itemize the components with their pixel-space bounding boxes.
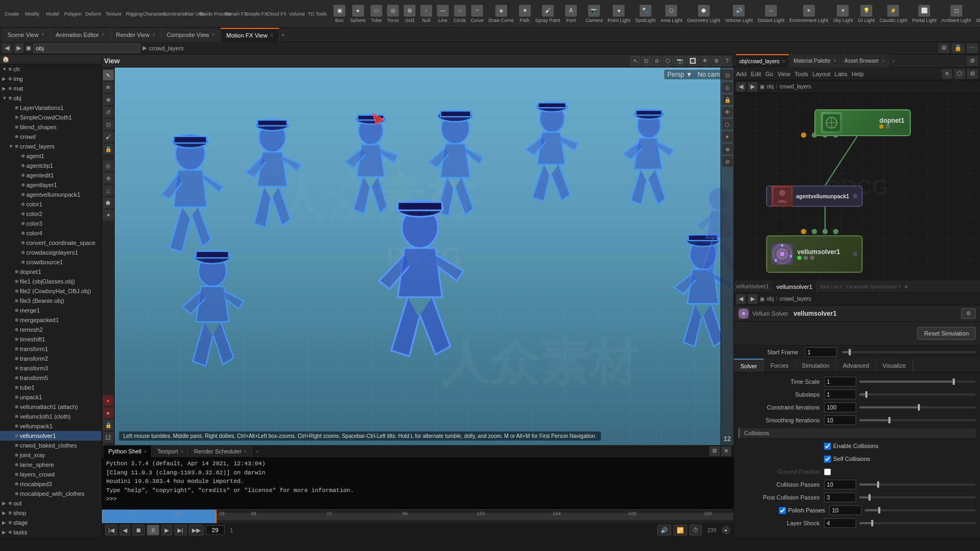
tree-item-agentvellumunpack1[interactable]: agentvellumunpack1 [0,190,101,199]
vs-path-obj[interactable]: obj [767,296,774,302]
node-agentvellumunpack1[interactable]: agentvellumunpack1 [766,185,863,207]
substeps-slider[interactable] [859,393,976,396]
add-tab-button[interactable]: + [281,32,285,38]
addr-path-input[interactable] [33,43,140,53]
rmenu-add[interactable]: Add [736,71,747,77]
tree-item-agent1[interactable]: agent1 [0,151,101,161]
tl-prev-frame[interactable]: ◀ [120,525,130,535]
vp-btn-help[interactable]: ? [723,56,731,66]
constraintiter-input[interactable] [824,403,856,412]
toolbar-item-terrainfx[interactable]: Terrain FX [226,10,246,18]
tree-item-vellumsolver1[interactable]: vellumsolver1 [0,431,101,441]
tree-item-crwod_baked_clothes[interactable]: crwod_baked_clothes [0,441,101,450]
addr-forward-button[interactable]: ▶ [14,43,24,53]
toolbar-item-volume[interactable]: Volume [287,10,307,18]
vs-fwd[interactable]: ▶ [748,294,758,304]
vp-btn-settings[interactable]: ⚙ [711,56,722,66]
tree-item-joint_xray[interactable]: joint_xray [0,450,101,460]
toolbar-item-create[interactable]: Create [2,10,21,18]
toolbar-item-characters[interactable]: Characters [145,10,164,18]
ng-fwd[interactable]: ▶ [748,82,758,92]
vp-btn-display[interactable]: 👁 [700,56,710,66]
python-add-tab[interactable]: + [255,448,258,455]
rtab-crowdlayers[interactable]: obj/crowd_layers × [736,54,789,68]
addr-back-button[interactable]: ◀ [2,43,12,53]
light-spot[interactable]: 🔦 SpotLight [633,4,658,24]
timescale-handle[interactable] [953,378,955,385]
vp-right-tool6[interactable]: ☀ [722,131,733,142]
shape-null[interactable]: ◦ Null [418,4,434,24]
tree-item-timeshift1[interactable]: timeshift1 [0,334,101,344]
tree-item-crowdassignlayers1[interactable]: crowdassignlayers1 [0,248,101,257]
rmenu-edit[interactable]: Edit [751,71,761,77]
tree-item-vellumpack1[interactable]: vellumpack1 [0,421,101,431]
select-tool[interactable]: ↖ [630,56,640,66]
start-frame-slider[interactable] [842,351,976,353]
ng-settings[interactable]: ⚙ [967,69,978,79]
vp-right-tool8[interactable]: ⊖ [722,156,733,167]
tab-close-motionfxview[interactable]: × [270,32,273,38]
tl-prev-keyframe[interactable]: |◀ [105,525,117,535]
tool-paint[interactable]: 🖌 [103,131,114,142]
vp-right-tool4[interactable]: 👁 [722,107,733,117]
light-stereo[interactable]: 🎬 Stereo Camera [974,4,980,24]
tree-item-shop[interactable]: ▶shop [0,508,101,518]
addr-settings-button[interactable]: ⚙ [939,43,949,53]
addr-subpath-label[interactable]: crowd_layers [149,45,184,51]
tree-item-vellumcloth1__cloth_[interactable]: vellumcloth1 (cloth) [0,412,101,421]
tree-item-remesh2[interactable]: remesh2 [0,325,101,334]
tree-item-crowd[interactable]: crowd [0,132,101,142]
tool-select[interactable]: ↖ [103,70,114,80]
tl-stop[interactable]: ⏹ [132,525,145,535]
shape-path[interactable]: ✷ Path [517,4,533,24]
tool-record2[interactable]: ● [103,407,114,418]
tool-snap[interactable]: 🔒 [103,144,114,154]
tree-item-transform1[interactable]: transform1 [0,344,101,354]
tool-extra1[interactable]: ◎ [103,160,114,171]
tool-scale[interactable]: ⊡ [103,119,114,130]
substeps-handle[interactable] [865,391,867,398]
tab-motionfxview[interactable]: Motion FX View × [221,28,279,42]
toolbar-item-cloudfx[interactable]: Cloud FX [267,10,286,18]
rtab-add[interactable]: + [892,58,895,64]
tree-item-ch[interactable]: ▼ch [0,64,101,74]
layershock-slider[interactable] [859,522,976,524]
smoothiter-slider[interactable] [859,419,976,421]
python-settings[interactable]: ⚙ [709,446,720,456]
vellum-settings-btn[interactable]: ⚙ [961,308,976,319]
smoothiter-input[interactable] [824,415,856,425]
constraintiter-slider[interactable] [859,406,976,408]
python-tab-shell[interactable]: Python Shell × [104,445,152,457]
tool-extra3[interactable]: △ [103,185,114,196]
tree-item-mergepacked1[interactable]: mergepacked1 [0,315,101,325]
light-volume[interactable]: 🔊 Volume Light [723,4,755,24]
start-frame-input[interactable] [805,347,837,357]
tree-item-color2[interactable]: color2 [0,209,101,219]
shape-box[interactable]: ▣ Box [331,4,347,24]
tool-snap2[interactable]: 🔒 [103,420,114,430]
tool-extra2[interactable]: ⊕ [103,173,114,183]
postcollisionpasses-handle[interactable] [868,494,871,501]
shape-line[interactable]: — Line [435,4,451,24]
vp-btn-render[interactable]: 🔳 [687,56,699,66]
tool-extra4[interactable]: ⬟ [103,197,114,208]
addr-more-button[interactable]: ⋯ [967,43,978,53]
light-distant[interactable]: ↔ Distant Light [755,4,786,24]
tool-view[interactable]: 👁 [103,82,114,93]
tree-item-tube1[interactable]: tube1 [0,383,101,392]
tree-item-tasks[interactable]: ▶tasks [0,527,101,537]
tree-item-mocabiped_with_clothes[interactable]: mocabiped_with_clothes [0,489,101,498]
light-point[interactable]: ● Point Light [605,4,633,24]
tree-item-img[interactable]: ▶img [0,74,101,84]
tree-item-color1[interactable]: color1 [0,199,101,209]
tree-item-color4[interactable]: color4 [0,228,101,238]
timeline-track[interactable]: 1 24 29 48 72 96 120 144 168 192 [102,510,733,523]
constraintiter-handle[interactable] [918,404,920,411]
tree-item-obj[interactable]: ▼obj [0,93,101,103]
collisions-section-header[interactable]: Collisions [738,428,976,438]
groundpos-checkbox[interactable] [824,468,831,475]
python-close[interactable]: ✕ [721,446,731,456]
toolbar-item-model[interactable]: Model [43,10,62,18]
tool-rotate[interactable]: ↺ [103,107,114,117]
ng-close[interactable]: ✕ [942,69,952,79]
